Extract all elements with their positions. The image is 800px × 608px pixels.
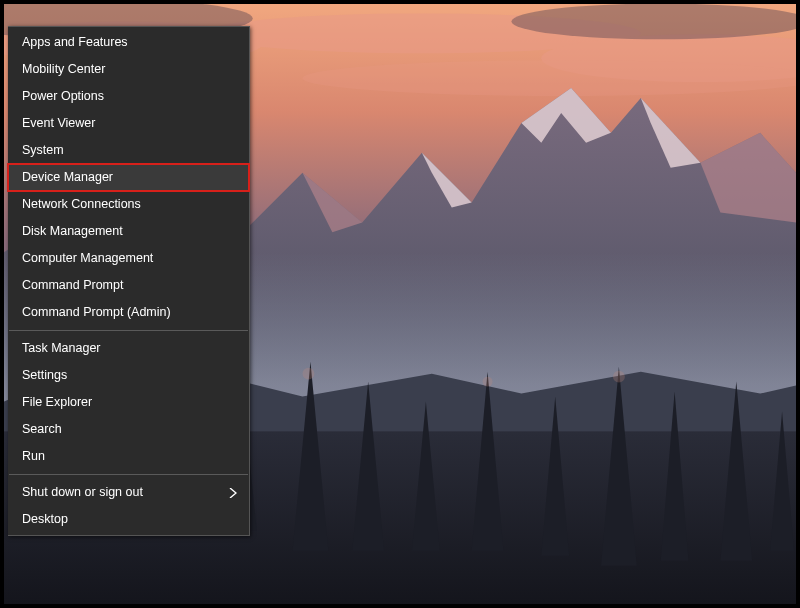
menu-item-run[interactable]: Run — [8, 443, 249, 470]
menu-item-label: Search — [22, 422, 62, 436]
menu-item-label: Network Connections — [22, 197, 141, 211]
menu-item-command-prompt-admin[interactable]: Command Prompt (Admin) — [8, 299, 249, 326]
svg-point-10 — [483, 377, 493, 387]
menu-item-mobility-center[interactable]: Mobility Center — [8, 56, 249, 83]
menu-item-device-manager[interactable]: Device Manager — [8, 164, 249, 191]
winx-context-menu[interactable]: Apps and FeaturesMobility CenterPower Op… — [8, 26, 250, 536]
menu-item-label: Command Prompt (Admin) — [22, 305, 171, 319]
menu-item-desktop[interactable]: Desktop — [8, 506, 249, 533]
menu-item-command-prompt[interactable]: Command Prompt — [8, 272, 249, 299]
menu-item-settings[interactable]: Settings — [8, 362, 249, 389]
menu-item-computer-management[interactable]: Computer Management — [8, 245, 249, 272]
menu-item-label: Desktop — [22, 512, 68, 526]
menu-item-label: Settings — [22, 368, 67, 382]
menu-item-label: Event Viewer — [22, 116, 95, 130]
menu-item-label: Shut down or sign out — [22, 485, 143, 499]
menu-item-search[interactable]: Search — [8, 416, 249, 443]
menu-item-event-viewer[interactable]: Event Viewer — [8, 110, 249, 137]
menu-item-apps-features[interactable]: Apps and Features — [8, 29, 249, 56]
menu-item-power-options[interactable]: Power Options — [8, 83, 249, 110]
menu-item-label: Disk Management — [22, 224, 123, 238]
menu-item-label: System — [22, 143, 64, 157]
menu-item-disk-management[interactable]: Disk Management — [8, 218, 249, 245]
menu-item-label: Mobility Center — [22, 62, 105, 76]
menu-separator — [9, 474, 248, 475]
svg-point-9 — [302, 368, 314, 380]
menu-item-label: Command Prompt — [22, 278, 123, 292]
menu-item-system[interactable]: System — [8, 137, 249, 164]
menu-item-label: Device Manager — [22, 170, 113, 184]
menu-item-file-explorer[interactable]: File Explorer — [8, 389, 249, 416]
menu-item-shutdown-signout[interactable]: Shut down or sign out — [8, 479, 249, 506]
menu-item-label: Apps and Features — [22, 35, 128, 49]
menu-separator — [9, 330, 248, 331]
menu-item-task-manager[interactable]: Task Manager — [8, 335, 249, 362]
menu-item-network-connections[interactable]: Network Connections — [8, 191, 249, 218]
menu-item-label: Run — [22, 449, 45, 463]
menu-item-label: Task Manager — [22, 341, 101, 355]
svg-point-11 — [613, 371, 625, 383]
menu-item-label: Power Options — [22, 89, 104, 103]
menu-item-label: File Explorer — [22, 395, 92, 409]
chevron-right-icon — [229, 488, 237, 498]
svg-point-4 — [302, 60, 796, 96]
menu-item-label: Computer Management — [22, 251, 153, 265]
